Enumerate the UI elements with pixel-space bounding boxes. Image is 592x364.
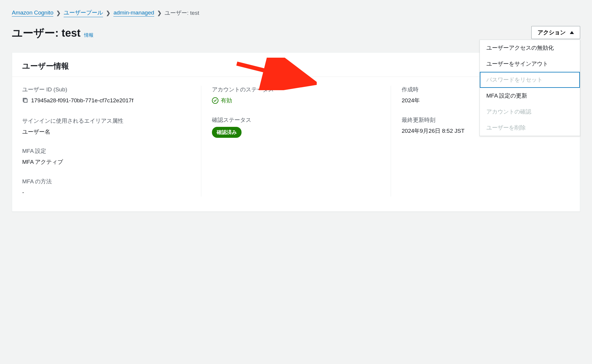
- menu-update-mfa[interactable]: MFA 設定の更新: [480, 88, 580, 104]
- confirm-status-value-row: 確認済み: [212, 127, 380, 138]
- field-account-status: アカウントのステータス 有効: [212, 86, 380, 105]
- user-id-value-row: 17945a28-f091-70bb-771e-cf7c12e2017f: [22, 96, 190, 106]
- field-alias: サインインに使用されるエイリアス属性 ユーザー名: [22, 117, 190, 136]
- confirm-status-label: 確認ステータス: [212, 116, 380, 124]
- actions-wrap: アクション ユーザーアクセスの無効化 ユーザーをサインアウト パスワードをリセッ…: [531, 26, 580, 39]
- chevron-right-icon: ❯: [106, 10, 110, 16]
- column-divider: [391, 86, 391, 197]
- alias-value: ユーザー名: [22, 128, 190, 136]
- field-mfa-setting: MFA 設定 MFA アクティブ: [22, 147, 190, 166]
- actions-button-label: アクション: [538, 29, 566, 36]
- account-status-value: 有効: [221, 96, 232, 105]
- check-circle-icon: [212, 97, 218, 104]
- menu-confirm-account: アカウントの確認: [480, 104, 580, 120]
- breadcrumb-current: ユーザー: test: [165, 9, 199, 17]
- user-id-label: ユーザー ID (Sub): [22, 86, 190, 93]
- column-2: アカウントのステータス 有効 確認ステータス 確認済み: [212, 86, 380, 197]
- actions-dropdown: ユーザーアクセスの無効化 ユーザーをサインアウト パスワードをリセット MFA …: [480, 40, 580, 136]
- field-confirm-status: 確認ステータス 確認済み: [212, 116, 380, 138]
- account-status-label: アカウントのステータス: [212, 86, 380, 93]
- breadcrumb-link-pool[interactable]: admin-managed: [113, 9, 154, 17]
- account-status-value-row: 有効: [212, 96, 380, 105]
- alias-label: サインインに使用されるエイリアス属性: [22, 117, 190, 125]
- svg-rect-0: [24, 99, 27, 102]
- chevron-right-icon: ❯: [56, 10, 61, 16]
- menu-delete-user: ユーザーを削除: [480, 120, 580, 136]
- actions-button[interactable]: アクション: [531, 26, 580, 39]
- field-mfa-method: MFA の方法 -: [22, 178, 190, 197]
- menu-disable-access[interactable]: ユーザーアクセスの無効化: [480, 40, 580, 56]
- page-title-text: ユーザー: test: [12, 26, 81, 41]
- field-user-id: ユーザー ID (Sub) 17945a28-f091-70bb-771e-cf…: [22, 86, 190, 106]
- page-header: ユーザー: test 情報 アクション ユーザーアクセスの無効化 ユーザーをサイ…: [12, 26, 580, 41]
- breadcrumb-link-userpools[interactable]: ユーザープール: [64, 9, 103, 17]
- info-link[interactable]: 情報: [84, 32, 94, 38]
- mfa-setting-value: MFA アクティブ: [22, 158, 190, 166]
- user-id-value: 17945a28-f091-70bb-771e-cf7c12e2017f: [31, 96, 133, 105]
- menu-signout[interactable]: ユーザーをサインアウト: [480, 56, 580, 72]
- breadcrumb-link-cognito[interactable]: Amazon Cognito: [12, 9, 53, 17]
- column-1: ユーザー ID (Sub) 17945a28-f091-70bb-771e-cf…: [22, 86, 190, 197]
- menu-reset-password[interactable]: パスワードをリセット: [480, 72, 580, 88]
- mfa-setting-label: MFA 設定: [22, 147, 190, 155]
- copy-icon[interactable]: [22, 97, 28, 106]
- mfa-method-label: MFA の方法: [22, 178, 190, 185]
- column-divider: [201, 86, 201, 197]
- breadcrumb: Amazon Cognito ❯ ユーザープール ❯ admin-managed…: [12, 9, 580, 17]
- confirmed-badge: 確認済み: [212, 127, 242, 138]
- mfa-method-value: -: [22, 188, 190, 197]
- triangle-up-icon: [570, 31, 574, 34]
- chevron-right-icon: ❯: [157, 10, 162, 16]
- page-title: ユーザー: test 情報: [12, 26, 94, 41]
